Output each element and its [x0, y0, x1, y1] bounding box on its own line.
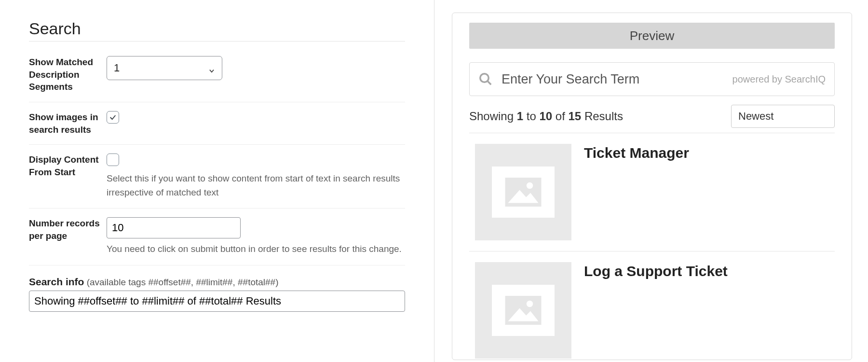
- hint-search-info: (available tags ##offset##, ##limit##, #…: [84, 277, 278, 287]
- checkbox-content-start[interactable]: [107, 153, 119, 166]
- row-content-start: Display Content From Start Select this i…: [29, 145, 405, 209]
- preview-search-box[interactable]: Enter Your Search Term powered by Search…: [469, 62, 835, 96]
- result-thumbnail: [475, 144, 571, 240]
- row-search-info: Search info (available tags ##offset##, …: [29, 265, 405, 312]
- result-title: Ticket Manager: [584, 145, 689, 161]
- result-meta-row: Showing 1 to 10 of 15 Results Newest: [469, 105, 835, 128]
- select-matched-segments-value: 1: [114, 62, 120, 74]
- image-placeholder-icon: [492, 167, 555, 218]
- section-title: Search: [29, 19, 405, 42]
- results-list: Ticket Manager Log a Support Ticket: [469, 133, 835, 362]
- powered-by-label: powered by SearchIQ: [732, 74, 826, 85]
- preview-pane: Preview Enter Your Search Term powered b…: [434, 0, 868, 362]
- preview-header: Preview: [469, 23, 835, 49]
- settings-panel: Search Show Matched Description Segments…: [0, 0, 434, 362]
- sort-select-value: Newest: [738, 110, 773, 123]
- svg-point-6: [527, 301, 533, 307]
- sort-select[interactable]: Newest: [731, 105, 835, 128]
- showing-text: Showing 1 to 10 of 15 Results: [469, 110, 623, 123]
- row-records-per-page: Number records per page You need to clic…: [29, 209, 405, 265]
- help-content-start: Select this if you want to show content …: [107, 172, 405, 199]
- svg-point-3: [527, 182, 533, 189]
- help-records-per-page: You need to click on submit button in or…: [107, 242, 405, 256]
- input-records-per-page[interactable]: [107, 217, 241, 238]
- row-show-images: Show images in search results: [29, 102, 405, 145]
- result-title: Log a Support Ticket: [584, 263, 728, 279]
- label-records-per-page: Number records per page: [29, 217, 107, 242]
- svg-point-0: [480, 74, 489, 83]
- select-matched-segments[interactable]: 1: [107, 56, 222, 80]
- result-item[interactable]: Ticket Manager: [469, 133, 835, 251]
- search-icon: [478, 72, 493, 86]
- image-placeholder-icon: [492, 285, 555, 336]
- checkbox-show-images[interactable]: [107, 111, 119, 124]
- preview-card: Preview Enter Your Search Term powered b…: [452, 13, 852, 360]
- svg-line-1: [488, 81, 491, 85]
- label-search-info: Search info: [29, 276, 84, 287]
- label-matched-segments: Show Matched Description Segments: [29, 56, 107, 93]
- result-thumbnail: [475, 262, 571, 359]
- input-search-info[interactable]: [29, 291, 405, 312]
- result-item[interactable]: Log a Support Ticket: [469, 251, 835, 362]
- row-matched-segments: Show Matched Description Segments 1: [29, 47, 405, 102]
- label-show-images: Show images in search results: [29, 111, 107, 136]
- chevron-down-icon: [208, 65, 215, 71]
- label-content-start: Display Content From Start: [29, 153, 107, 178]
